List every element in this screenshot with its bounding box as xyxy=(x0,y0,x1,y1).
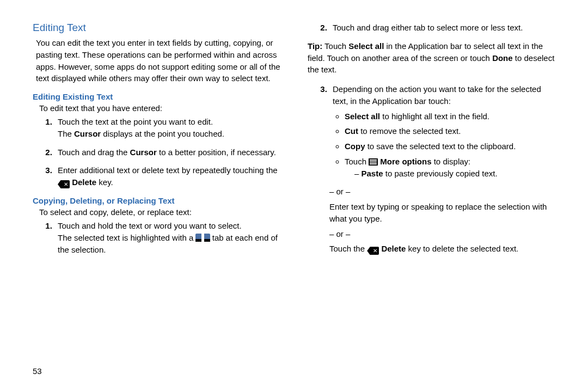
copy-steps-cont: Touch and drag either tab to select more… xyxy=(308,22,555,34)
bullet-select-all: Select all to highlight all text in the … xyxy=(345,111,555,122)
tip-label: Tip: xyxy=(308,41,322,51)
list-item: Touch and drag either tab to select more… xyxy=(329,22,555,34)
selection-tab-right-icon xyxy=(204,234,210,242)
list-item: Touch and drag the Cursor to a better po… xyxy=(54,146,280,158)
list-item: Touch the text at the point you want to … xyxy=(54,116,280,140)
bullet-copy: Copy to save the selected text to the cl… xyxy=(345,140,555,152)
copy-steps: Touch and hold the text or word you want… xyxy=(33,220,280,255)
list-item: Touch and hold the text or word you want… xyxy=(54,220,280,255)
list-item: Enter additional text or delete text by … xyxy=(54,164,280,188)
action-bullets: Select all to highlight all text in the … xyxy=(333,111,555,180)
page-number: 53 xyxy=(33,366,42,376)
right-column: Touch and drag either tab to select more… xyxy=(308,22,555,262)
copy-steps-cont2: Depending on the action you want to take… xyxy=(308,83,555,179)
section-heading: Editing Text xyxy=(33,22,280,34)
left-column: Editing Text You can edit the text you e… xyxy=(33,22,280,262)
subhead-copy-delete-replace: Copying, Deleting, or Replacing Text xyxy=(33,196,280,205)
alt-delete: Touch the ✕ Delete key to delete the sel… xyxy=(329,243,555,255)
alt-enter-text: Enter text by typing or speaking to repl… xyxy=(329,201,555,225)
subhead-editing-existing: Editing Existing Text xyxy=(33,92,280,101)
sub1-intro: To edit text that you have entered: xyxy=(39,103,280,113)
list-item: Depending on the action you want to take… xyxy=(329,83,555,179)
intro-text: You can edit the text you enter in text … xyxy=(36,37,280,84)
or-divider: – or – xyxy=(329,186,555,198)
tip-block: Tip: Touch Select all in the Application… xyxy=(308,40,555,76)
bullet-cut: Cut to remove the selected text. xyxy=(345,125,555,137)
editing-steps: Touch the text at the point you want to … xyxy=(33,116,280,188)
delete-key-icon: ✕ xyxy=(58,180,70,188)
sub2-intro: To select and copy, delete, or replace t… xyxy=(39,207,280,217)
bullet-more-options: Touch More options to display: – Paste t… xyxy=(345,156,555,180)
more-options-icon xyxy=(369,158,378,166)
or-divider: – or – xyxy=(329,228,555,240)
delete-key-icon: ✕ xyxy=(367,247,379,255)
selection-tab-left-icon xyxy=(195,234,201,242)
